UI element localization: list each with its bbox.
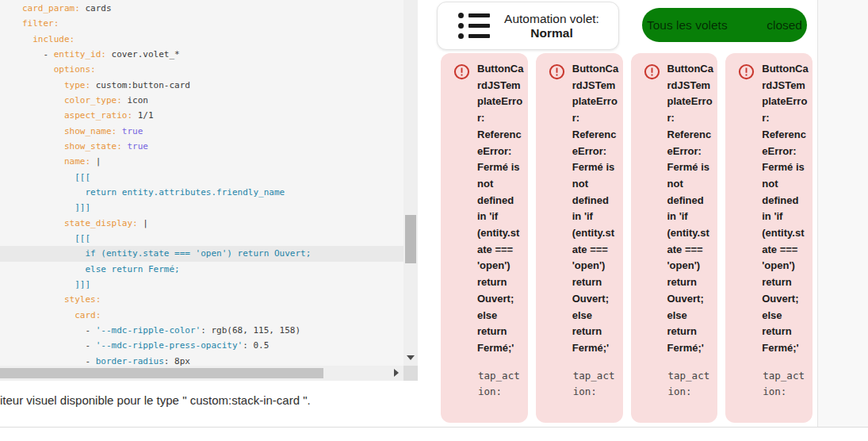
- code-line[interactable]: color_type: icon: [0, 93, 403, 108]
- alert-circle-icon: [644, 63, 660, 80]
- error-code: tap_action:: [763, 368, 809, 401]
- code-line[interactable]: include:: [0, 32, 403, 47]
- code-line[interactable]: [[[: [0, 170, 403, 185]
- error-card: ButtonCardJSTemplateError: ReferenceErro…: [631, 53, 718, 423]
- alert-circle-icon: [453, 63, 470, 80]
- automation-volet-label: Automation volet:: [490, 12, 614, 26]
- code-line[interactable]: - border-radius: 8px: [0, 354, 403, 366]
- scroll-right-icon[interactable]: [394, 369, 399, 377]
- error-code: tap_action:: [478, 368, 525, 401]
- pill-state: closed: [767, 18, 802, 33]
- yaml-editor[interactable]: card_param: cardsfilter: include: - enti…: [0, 0, 418, 381]
- error-message: ButtonCardJSTemplateError: ReferenceErro…: [572, 61, 620, 357]
- scroll-down-icon[interactable]: [407, 355, 415, 360]
- code-line[interactable]: - entity_id: cover.volet_*: [0, 47, 403, 62]
- code-line[interactable]: - '--mdc-ripple-color': rgb(68, 115, 158…: [0, 323, 403, 338]
- no-visual-editor-text: iteur visuel disponible pour le type " c…: [0, 393, 412, 407]
- code-line[interactable]: card_param: cards: [0, 1, 403, 16]
- vertical-scrollbar-thumb[interactable]: [405, 215, 416, 263]
- code-line[interactable]: if (entity.state === 'open') return Ouve…: [0, 246, 403, 261]
- error-card: ButtonCardJSTemplateError: ReferenceErro…: [725, 53, 813, 423]
- tous-les-volets-button[interactable]: Tous les volets closed: [642, 8, 807, 42]
- error-card: ButtonCardJSTemplateError: ReferenceErro…: [536, 53, 623, 423]
- pill-label: Tous les volets: [647, 18, 728, 33]
- yaml-code[interactable]: card_param: cardsfilter: include: - enti…: [0, 0, 403, 366]
- code-line[interactable]: filter:: [0, 16, 403, 31]
- code-line[interactable]: else return Fermé;: [0, 262, 403, 277]
- error-code: tap_action:: [668, 368, 715, 401]
- editor-vertical-scrollbar[interactable]: [403, 0, 418, 366]
- format-list-bulleted-icon: [458, 13, 490, 39]
- code-line[interactable]: ]]]: [0, 277, 403, 292]
- code-line[interactable]: card:: [0, 308, 403, 323]
- code-line[interactable]: styles:: [0, 292, 403, 307]
- code-line[interactable]: return entity.attributes.friendly_name: [0, 185, 403, 200]
- horizontal-scrollbar-thumb[interactable]: [0, 368, 323, 378]
- code-line[interactable]: ]]]: [0, 200, 403, 215]
- alert-circle-icon: [549, 63, 565, 80]
- error-cards-row: ButtonCardJSTemplateError: ReferenceErro…: [441, 53, 813, 423]
- alert-circle-icon: [738, 63, 755, 80]
- code-line[interactable]: aspect_ratio: 1/1: [0, 108, 403, 123]
- code-line[interactable]: state_display: |: [0, 216, 403, 231]
- error-card: ButtonCardJSTemplateError: ReferenceErro…: [441, 53, 528, 423]
- error-code: tap_action:: [573, 368, 620, 401]
- editor-horizontal-scrollbar[interactable]: [0, 366, 403, 381]
- code-line[interactable]: options:: [0, 62, 403, 77]
- divider: [0, 427, 868, 428]
- code-line[interactable]: show_name: true: [0, 124, 403, 139]
- preview-scroll-area: [817, 0, 868, 427]
- code-line[interactable]: name: |: [0, 154, 403, 169]
- code-line[interactable]: show_state: true: [0, 139, 403, 154]
- code-line[interactable]: - '--mdc-ripple-press-opacity': 0.5: [0, 338, 403, 353]
- error-message: ButtonCardJSTemplateError: ReferenceErro…: [762, 61, 809, 357]
- code-line[interactable]: [[[: [0, 231, 403, 246]
- automation-volet-card[interactable]: Automation volet: Normal: [437, 2, 619, 50]
- automation-volet-value: Normal: [490, 26, 614, 40]
- error-message: ButtonCardJSTemplateError: ReferenceErro…: [667, 61, 715, 357]
- code-line[interactable]: type: custom:button-card: [0, 78, 403, 93]
- error-message: ButtonCardJSTemplateError: ReferenceErro…: [477, 61, 525, 357]
- scrollbar-corner: [403, 366, 418, 381]
